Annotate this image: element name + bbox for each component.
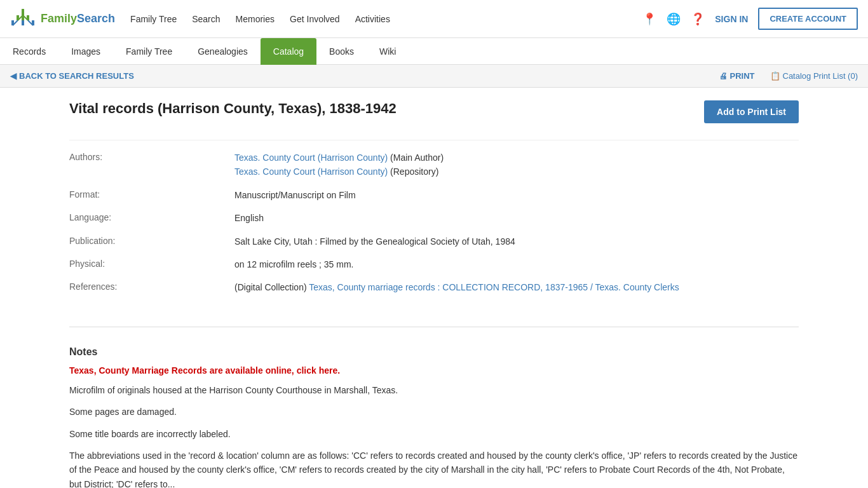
nav-memories[interactable]: Memories (236, 11, 275, 27)
subnav-family-tree[interactable]: Family Tree (113, 38, 185, 65)
physical-value: on 12 microfilm reels ; 35 mm. (234, 257, 799, 271)
notes-title: Notes (69, 346, 799, 358)
references-value: (Digital Collection) Texas, County marri… (234, 280, 799, 294)
location-icon[interactable]: 📍 (642, 12, 656, 26)
notes-section: Notes Texas, County Marriage Records are… (69, 340, 799, 488)
author-2-role: (Repository) (388, 166, 438, 177)
record-title: Vital records (Harrison County, Texas), … (69, 100, 397, 117)
format-label: Format: (69, 188, 234, 202)
format-row: Format: Manuscript/Manuscript on Film (69, 188, 799, 202)
print-label: PRINT (730, 71, 755, 81)
back-label: BACK TO SEARCH RESULTS (19, 71, 134, 81)
nav-get-involved[interactable]: Get Involved (290, 11, 340, 27)
breadcrumb-bar: ◀ BACK TO SEARCH RESULTS 🖨 PRINT 📋 Catal… (0, 65, 868, 88)
globe-icon[interactable]: 🌐 (667, 12, 681, 26)
catalog-print-list-link[interactable]: 📋 Catalog Print List (0) (770, 71, 858, 81)
record-header: Vital records (Harrison County, Texas), … (69, 100, 799, 127)
subnav-genealogies[interactable]: Genealogies (185, 38, 261, 65)
familysearch-logo-icon (10, 6, 36, 32)
logo-link[interactable]: FamilySearch (10, 6, 115, 32)
subnav-images[interactable]: Images (58, 38, 113, 65)
chevron-left-icon: ◀ (10, 71, 17, 81)
section-divider (69, 327, 799, 327)
svg-rect-0 (22, 9, 24, 15)
logo-text: FamilySearch (41, 12, 115, 25)
subnav-catalog[interactable]: Catalog (261, 38, 316, 65)
sub-navigation: Records Images Family Tree Genealogies C… (0, 38, 868, 65)
references-prefix: (Digital Collection) (234, 282, 309, 292)
physical-label: Physical: (69, 257, 234, 271)
nav-family-tree[interactable]: Family Tree (130, 11, 177, 27)
back-to-search-link[interactable]: ◀ BACK TO SEARCH RESULTS (10, 71, 134, 81)
physical-row: Physical: on 12 microfilm reels ; 35 mm. (69, 257, 799, 271)
notes-online-link[interactable]: Texas, County Marriage Records are avail… (69, 365, 340, 376)
authors-row: Authors: Texas. County Court (Harrison C… (69, 151, 799, 179)
author-1-role: (Main Author) (388, 152, 444, 163)
main-content: Vital records (Harrison County, Texas), … (59, 88, 809, 488)
publication-label: Publication: (69, 234, 234, 248)
printer-icon: 🖨 (719, 71, 728, 81)
notes-paragraph-2: Some pages are damaged. (69, 405, 799, 419)
authors-label: Authors: (69, 151, 234, 179)
publication-value: Salt Lake City, Utah : Filmed by the Gen… (234, 234, 799, 248)
add-to-print-list-button[interactable]: Add to Print List (704, 100, 799, 123)
breadcrumb-right-actions: 🖨 PRINT 📋 Catalog Print List (0) (719, 71, 858, 81)
notes-paragraph-1: Microfilm of originals housed at the Har… (69, 383, 799, 397)
author-2: Texas. County Court (Harrison County) (R… (234, 165, 799, 179)
nav-activities[interactable]: Activities (355, 11, 390, 27)
nav-search[interactable]: Search (192, 11, 220, 27)
create-account-button[interactable]: CREATE ACCOUNT (758, 8, 858, 30)
references-label: References: (69, 280, 234, 294)
help-icon[interactable]: ❓ (691, 12, 705, 26)
sign-in-button[interactable]: SIGN IN (715, 14, 748, 24)
print-link[interactable]: 🖨 PRINT (719, 71, 755, 81)
top-navigation: FamilySearch Family Tree Search Memories… (0, 0, 868, 38)
references-link[interactable]: Texas, County marriage records : COLLECT… (309, 282, 679, 292)
subnav-wiki[interactable]: Wiki (367, 38, 409, 65)
notes-paragraph-4: The abbreviations used in the 'record & … (69, 449, 799, 488)
language-label: Language: (69, 211, 234, 225)
list-icon: 📋 (770, 71, 780, 81)
language-row: Language: English (69, 211, 799, 225)
format-value: Manuscript/Manuscript on Film (234, 188, 799, 202)
author-2-link[interactable]: Texas. County Court (Harrison County) (234, 166, 388, 177)
language-value: English (234, 211, 799, 225)
top-right-actions: 📍 🌐 ❓ SIGN IN CREATE ACCOUNT (642, 8, 858, 30)
record-details: Authors: Texas. County Court (Harrison C… (69, 140, 799, 314)
main-nav-links: Family Tree Search Memories Get Involved… (130, 11, 642, 27)
author-1-link[interactable]: Texas. County Court (Harrison County) (234, 152, 388, 163)
notes-paragraph-3: Some title boards are incorrectly labele… (69, 427, 799, 441)
subnav-books[interactable]: Books (316, 38, 367, 65)
subnav-records[interactable]: Records (0, 38, 58, 65)
publication-row: Publication: Salt Lake City, Utah : Film… (69, 234, 799, 248)
references-row: References: (Digital Collection) Texas, … (69, 280, 799, 294)
authors-value: Texas. County Court (Harrison County) (M… (234, 151, 799, 179)
author-1: Texas. County Court (Harrison County) (M… (234, 151, 799, 165)
catalog-print-label: Catalog Print List (0) (783, 71, 858, 81)
